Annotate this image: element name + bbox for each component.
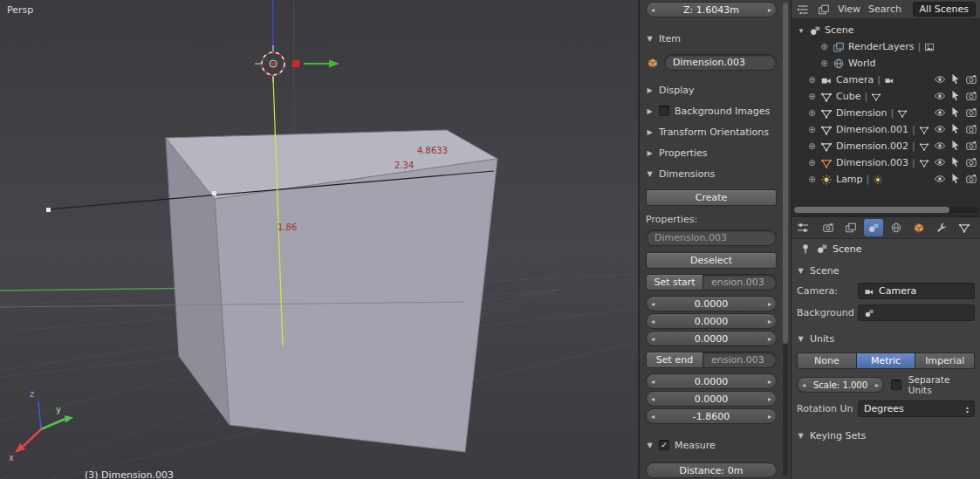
selectability-pointer-icon[interactable] [949, 123, 962, 135]
selectability-pointer-icon[interactable] [949, 73, 962, 86]
panel-header-dimensions[interactable]: ▼ Dimensions [646, 167, 777, 181]
renderability-camera-icon[interactable] [965, 156, 977, 168]
editor-type-properties-icon[interactable] [796, 221, 810, 235]
end-x-slider[interactable]: ◂ 0.0000 ▸ [646, 373, 777, 389]
set-start-button[interactable]: Set start [646, 274, 703, 291]
panel-header-units[interactable]: ▼ Units [792, 332, 980, 346]
outliner-row-dimension[interactable]: ⊕ Dimension | [792, 105, 980, 121]
expand-plus-icon[interactable]: ⊕ [807, 158, 817, 168]
expand-plus-icon[interactable]: ⊕ [807, 141, 817, 151]
start-y-slider[interactable]: ◂ 0.0000 ▸ [646, 313, 777, 329]
translate-manipulator[interactable] [292, 60, 339, 68]
slider-right-arrow-icon[interactable]: ▸ [768, 6, 771, 14]
collapsed-triangle-icon[interactable]: ▶ [646, 107, 654, 115]
expand-plus-icon[interactable]: ⊕ [807, 92, 817, 101]
outliner-row-dimension-003[interactable]: ⊕ Dimension.003 | [792, 154, 980, 171]
slider-left-arrow-icon[interactable]: ◂ [651, 378, 654, 386]
end-y-slider[interactable]: ◂ 0.0000 ▸ [646, 391, 777, 407]
tab-render-layers[interactable] [841, 219, 860, 236]
collapsed-triangle-icon[interactable]: ▶ [646, 128, 654, 136]
scene-background-field[interactable] [858, 305, 975, 321]
item-name-field[interactable]: Dimension.003 [664, 54, 777, 71]
expand-triangle-icon[interactable]: ▼ [646, 35, 654, 43]
collapsed-triangle-icon[interactable]: ▶ [646, 86, 654, 94]
manipulator-x-handle[interactable] [292, 60, 299, 67]
menu-search[interactable]: Search [868, 3, 901, 15]
end-object-field[interactable]: ension.003 [703, 352, 777, 368]
panel-header-transform-orientations[interactable]: ▶ Transform Orientations [646, 125, 777, 139]
slider-left-arrow-icon[interactable]: ◂ [651, 6, 654, 14]
3d-cursor[interactable] [255, 45, 284, 82]
unit-metric-button[interactable]: Metric [857, 352, 916, 369]
slider-left-arrow-icon[interactable]: ◂ [651, 318, 654, 325]
start-x-slider[interactable]: ◂ 0.0000 ▸ [646, 296, 777, 311]
cube-front-face[interactable] [215, 159, 497, 452]
selectability-pointer-icon[interactable] [949, 90, 962, 102]
panel-header-item[interactable]: ▼ Item [646, 31, 777, 45]
panel-header-scene[interactable]: ▼ Scene [792, 263, 980, 277]
unit-none-button[interactable]: None [797, 352, 857, 369]
pin-icon[interactable] [799, 243, 812, 255]
dimension-name-field[interactable]: Dimension.003 [646, 229, 777, 246]
selectability-pointer-icon[interactable] [949, 156, 962, 168]
start-object-field[interactable]: ension.003 [703, 274, 777, 291]
background-images-checkbox[interactable] [659, 106, 669, 116]
separate-units-checkbox[interactable] [891, 380, 901, 390]
visibility-eye-icon[interactable] [934, 173, 946, 185]
expand-plus-icon[interactable]: ⊕ [807, 125, 817, 134]
selectability-pointer-icon[interactable] [949, 140, 962, 152]
slider-left-arrow-icon[interactable]: ◂ [651, 413, 654, 421]
unit-scale-slider[interactable]: ◂ Scale: 1.000 ▸ [797, 377, 884, 393]
visibility-eye-icon[interactable] [934, 156, 946, 168]
collapsed-triangle-icon[interactable]: ▶ [646, 149, 654, 157]
transform-z-slider[interactable]: ◂ Z: 1.6043m ▸ [646, 2, 777, 17]
tab-object[interactable] [909, 219, 929, 236]
renderability-camera-icon[interactable] [965, 90, 977, 102]
slider-right-arrow-icon[interactable]: ▸ [875, 381, 879, 389]
visibility-eye-icon[interactable] [934, 106, 946, 119]
panel-header-properties[interactable]: ▶ Properties [646, 146, 777, 160]
distance-field[interactable]: Distance: 0m [646, 462, 777, 478]
slider-left-arrow-icon[interactable]: ◂ [651, 395, 654, 403]
set-end-button[interactable]: Set end [646, 352, 703, 368]
renderability-camera-icon[interactable] [965, 106, 977, 119]
slider-right-arrow-icon[interactable]: ▸ [768, 378, 771, 386]
scenes-filter-dropdown[interactable]: All Scenes [913, 2, 976, 17]
panel-header-keying-sets[interactable]: ▼ Keying Sets [792, 428, 980, 442]
renderability-camera-icon[interactable] [965, 73, 977, 86]
manipulator-y-arrowhead[interactable] [329, 60, 339, 68]
slider-left-arrow-icon[interactable]: ◂ [802, 381, 805, 389]
slider-right-arrow-icon[interactable]: ▸ [768, 413, 771, 421]
start-z-slider[interactable]: ◂ 0.0000 ▸ [646, 331, 777, 346]
expand-icon[interactable]: ▾ [797, 26, 805, 35]
slider-left-arrow-icon[interactable]: ◂ [651, 335, 654, 343]
selectability-pointer-icon[interactable] [949, 106, 962, 119]
scrollbar-handle[interactable] [783, 3, 788, 344]
menu-view[interactable]: View [838, 3, 860, 15]
outliner-row-scene[interactable]: ▾ Scene [792, 22, 980, 38]
deselect-button[interactable]: Deselect [646, 252, 777, 269]
scrollbar-horizontal[interactable] [794, 207, 977, 213]
panel-header-background-images[interactable]: ▶ Background Images [646, 104, 777, 118]
expand-triangle-icon[interactable]: ▼ [646, 170, 654, 178]
scrollbar-vertical[interactable] [783, 3, 788, 476]
renderability-camera-icon[interactable] [965, 123, 977, 135]
renderability-camera-icon[interactable] [965, 140, 977, 152]
expand-plus-icon[interactable]: ⊕ [807, 108, 817, 118]
expand-plus-icon[interactable]: ⊕ [819, 58, 829, 68]
visibility-eye-icon[interactable] [934, 90, 946, 102]
tab-data[interactable] [955, 219, 974, 236]
slider-right-arrow-icon[interactable]: ▸ [768, 318, 771, 325]
outliner-row-renderlayers[interactable]: ⊕ RenderLayers | [792, 38, 980, 55]
renderability-camera-icon[interactable] [965, 173, 977, 185]
visibility-eye-icon[interactable] [934, 140, 946, 152]
rotation-units-dropdown[interactable]: Degrees ▴▾ [858, 400, 975, 417]
expand-triangle-icon[interactable]: ▼ [797, 432, 805, 440]
end-z-slider[interactable]: ◂ -1.8600 ▸ [646, 408, 777, 424]
visibility-eye-icon[interactable] [934, 73, 946, 86]
outliner-row-world[interactable]: ⊕ World [792, 55, 980, 72]
slider-right-arrow-icon[interactable]: ▸ [768, 335, 771, 343]
outliner-row-cube[interactable]: ⊕ Cube | [792, 88, 980, 105]
tab-modifiers[interactable] [932, 219, 951, 236]
visibility-eye-icon[interactable] [934, 123, 946, 135]
